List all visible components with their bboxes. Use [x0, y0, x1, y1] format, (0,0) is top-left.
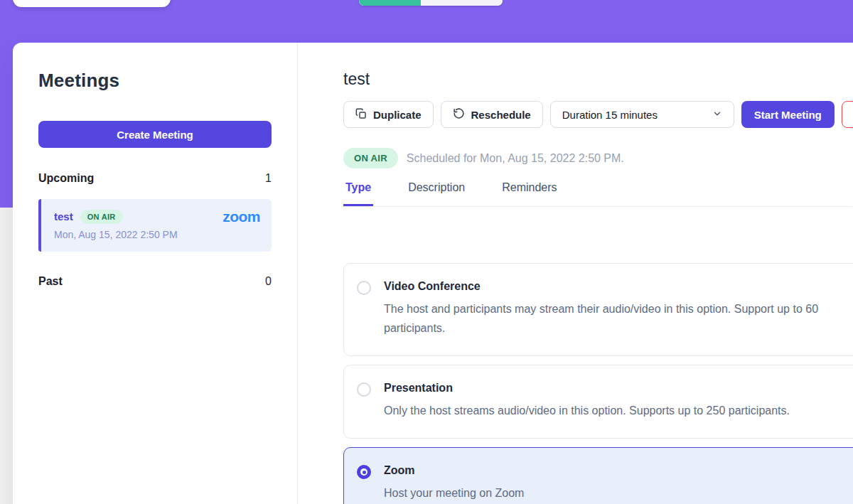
start-meeting-button[interactable]: Start Meeting	[741, 101, 835, 128]
chevron-down-icon	[712, 109, 722, 121]
past-count: 0	[265, 275, 272, 288]
progress-bar	[359, 0, 503, 6]
reschedule-label: Reschedule	[471, 109, 531, 121]
on-air-status-badge: ON AIR	[343, 148, 398, 168]
copy-icon	[355, 108, 367, 122]
radio-checked-icon[interactable]	[357, 465, 371, 479]
option-description: Host your meeting on Zoom	[384, 483, 524, 503]
create-meeting-button[interactable]: Create Meeting	[38, 121, 272, 148]
option-description: The host and participants may stream the…	[384, 299, 853, 338]
meeting-detail: test Duplicate Reschedule Duration 15 mi…	[298, 43, 853, 504]
meeting-name: test	[54, 210, 73, 222]
detail-tabs: Type Description Reminders	[343, 181, 852, 207]
meetings-sidebar: Meetings Create Meeting Upcoming 1 test …	[13, 43, 298, 504]
status-row: ON AIR Scheduled for Mon, Aug 15, 2022 2…	[343, 148, 853, 168]
duplicate-label: Duplicate	[373, 109, 422, 121]
progress-bar-fill	[359, 0, 421, 6]
meeting-datetime: Mon, Aug 15, 2022 2:50 PM	[54, 229, 260, 240]
reschedule-icon	[453, 107, 465, 122]
delete-button-clipped[interactable]	[842, 101, 853, 128]
upcoming-section-header[interactable]: Upcoming 1	[38, 172, 272, 185]
upcoming-count: 1	[265, 172, 272, 185]
app-viewport: Meetings Create Meeting Upcoming 1 test …	[0, 0, 853, 504]
action-toolbar: Duplicate Reschedule Duration 15 minutes…	[343, 101, 853, 128]
scheduled-text: Scheduled for Mon, Aug 15, 2022 2:50 PM.	[407, 152, 624, 165]
past-label: Past	[38, 275, 63, 288]
tab-description[interactable]: Description	[406, 181, 467, 206]
radio-unchecked-icon[interactable]	[357, 281, 371, 295]
clipped-top-card	[13, 0, 171, 7]
zoom-logo: zoom	[222, 209, 260, 224]
on-air-badge: ON AIR	[80, 210, 123, 224]
option-description: Only the host streams audio/video in thi…	[384, 401, 790, 420]
duration-value: Duration 15 minutes	[562, 109, 658, 121]
content-panel: Meetings Create Meeting Upcoming 1 test …	[13, 43, 853, 504]
option-presentation[interactable]: Presentation Only the host streams audio…	[343, 365, 853, 439]
reschedule-button[interactable]: Reschedule	[441, 101, 543, 128]
meeting-list-item[interactable]: test ON AIR zoom Mon, Aug 15, 2022 2:50 …	[38, 199, 272, 252]
tab-type[interactable]: Type	[343, 181, 373, 206]
radio-unchecked-icon[interactable]	[357, 382, 371, 397]
duplicate-button[interactable]: Duplicate	[343, 101, 434, 128]
duration-select[interactable]: Duration 15 minutes	[550, 101, 734, 128]
option-video-conference[interactable]: Video Conference The host and participan…	[343, 263, 853, 356]
option-zoom[interactable]: Zoom Host your meeting on Zoom	[343, 447, 853, 504]
option-title: Zoom	[384, 464, 524, 477]
past-section-header[interactable]: Past 0	[38, 275, 272, 288]
tab-reminders[interactable]: Reminders	[500, 181, 559, 206]
meeting-type-options: Video Conference The host and participan…	[343, 263, 853, 504]
option-title: Presentation	[384, 382, 790, 395]
sidebar-title: Meetings	[38, 70, 272, 92]
upcoming-label: Upcoming	[38, 172, 94, 185]
meeting-title: test	[343, 70, 853, 89]
option-title: Video Conference	[384, 280, 853, 293]
